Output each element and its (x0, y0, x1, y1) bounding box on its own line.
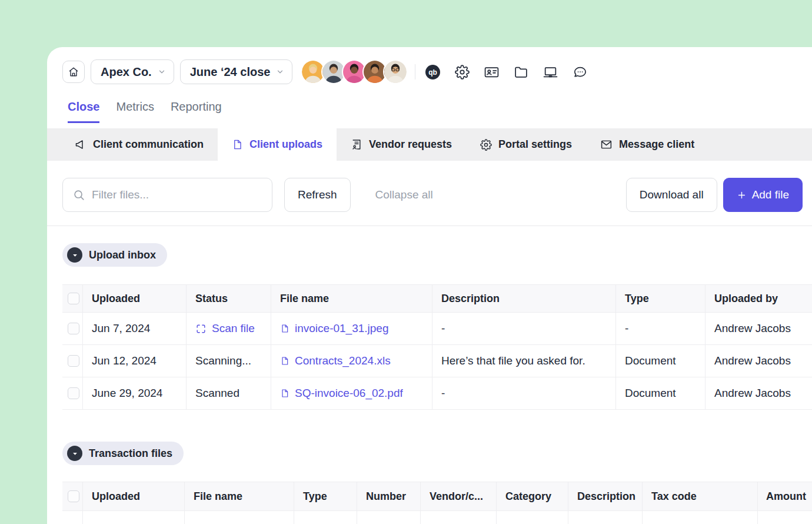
add-file-label: Add file (752, 188, 789, 201)
scan-file-link[interactable]: Scan file (195, 322, 255, 335)
filter-files-input[interactable] (92, 188, 262, 201)
subtab-client-communication[interactable]: Client communication (60, 128, 218, 161)
avatar-group[interactable] (301, 59, 408, 84)
column-header-category: Category (497, 482, 568, 510)
section-toggle-transaction-files[interactable]: Transaction files (62, 442, 184, 465)
main-tabs: Close Metrics Reporting (68, 100, 222, 123)
column-header-description: Description (568, 482, 643, 510)
file-name-label: invoice-01_31.jpeg (295, 322, 389, 335)
cell-uploaded (83, 511, 185, 524)
column-header-type: Type (294, 482, 357, 510)
row-checkbox-cell (62, 377, 83, 409)
scan-file-label: Scan file (212, 322, 255, 335)
transaction-files-table: Uploaded File name Type Number Vendor/c.… (62, 482, 812, 524)
cell-description (568, 511, 643, 524)
column-header-amount: Amount (758, 482, 812, 510)
row-checkbox-cell (62, 511, 83, 524)
subtab-label: Vendor requests (369, 138, 452, 151)
select-all-checkbox[interactable] (68, 490, 79, 502)
refresh-button[interactable]: Refresh (284, 178, 351, 212)
file-link[interactable]: SQ-invoice-06_02.pdf (280, 387, 403, 400)
cell-amount (758, 511, 812, 524)
file-toolbar: Refresh Collapse all Download all Add fi… (62, 178, 803, 212)
chevron-down-icon (158, 68, 166, 76)
table-row: Jun 12, 2024 Scanning... Contracts_2024.… (62, 345, 812, 377)
subtab-portal-settings[interactable]: Portal settings (466, 128, 586, 161)
folder-icon[interactable] (514, 65, 528, 79)
cell-type: - (616, 313, 705, 344)
company-selector[interactable]: Apex Co. (91, 59, 174, 84)
cell-file-name: Contracts_2024.xls (271, 345, 432, 377)
subtab-client-uploads[interactable]: Client uploads (218, 128, 337, 161)
column-header-description: Description (432, 285, 616, 312)
subtab-vendor-requests[interactable]: Vendor requests (337, 128, 466, 161)
upload-inbox-table: Uploaded Status File name Description Ty… (62, 284, 812, 410)
gear-icon (480, 139, 492, 151)
cell-type (294, 511, 357, 524)
row-checkbox[interactable] (68, 323, 79, 334)
subtab-label: Portal settings (498, 138, 572, 151)
file-icon (280, 323, 289, 334)
file-icon (280, 388, 289, 399)
home-icon (68, 66, 79, 78)
cell-file-name (185, 511, 294, 524)
subtab-label: Client uploads (249, 138, 322, 151)
collapse-caret-icon (67, 446, 82, 461)
cell-status: Scanning... (187, 345, 271, 377)
plus-icon (737, 190, 747, 200)
quickbooks-icon[interactable]: qb (425, 64, 441, 80)
add-file-button[interactable]: Add file (723, 178, 803, 212)
table-header-row: Uploaded Status File name Description Ty… (62, 284, 812, 313)
row-checkbox[interactable] (68, 387, 79, 399)
row-checkbox-cell (62, 313, 83, 344)
megaphone-icon (74, 138, 86, 151)
collapse-caret-icon (67, 247, 82, 263)
section-toggle-upload-inbox[interactable]: Upload inbox (62, 243, 167, 267)
cell-description: - (432, 377, 616, 409)
filter-files-field[interactable] (62, 178, 272, 212)
cell-category (497, 511, 568, 524)
chevron-down-icon (276, 68, 284, 76)
select-all-checkbox[interactable] (68, 293, 79, 304)
cell-uploaded: Jun 12, 2024 (83, 345, 187, 377)
file-name-label: Contracts_2024.xls (295, 354, 391, 367)
tab-metrics[interactable]: Metrics (116, 100, 154, 123)
topbar-icons: qb (425, 64, 588, 80)
column-header-file-name: File name (185, 482, 294, 510)
avatar[interactable] (383, 59, 408, 84)
cell-number (357, 511, 421, 524)
download-all-button[interactable]: Download all (626, 178, 717, 212)
cell-file-name: invoice-01_31.jpeg (271, 313, 432, 344)
sub-tabs: Client communication Client uploads Vend… (47, 128, 812, 161)
vendor-request-icon (351, 138, 362, 151)
row-checkbox-cell (62, 345, 83, 377)
cell-uploaded: Jun 7, 2024 (83, 313, 187, 344)
settings-icon[interactable] (455, 65, 470, 79)
table-row: Jun 7, 2024 Scan file invoice-01_31.jpeg (62, 313, 812, 345)
table-header-row: Uploaded File name Type Number Vendor/c.… (62, 482, 812, 511)
cell-uploaded-by: Andrew Jacobs (705, 345, 812, 377)
tab-reporting[interactable]: Reporting (171, 100, 222, 123)
column-header-tax-code: Tax code (643, 482, 758, 510)
file-link[interactable]: invoice-01_31.jpeg (280, 322, 389, 335)
company-selector-label: Apex Co. (101, 65, 152, 79)
home-button[interactable] (62, 61, 85, 83)
collapse-all-button[interactable]: Collapse all (375, 188, 433, 201)
laptop-icon[interactable] (543, 65, 558, 79)
scan-icon (195, 323, 207, 334)
column-header-uploaded: Uploaded (83, 482, 185, 510)
subtab-message-client[interactable]: Message client (586, 128, 708, 161)
chat-icon[interactable] (573, 65, 588, 79)
row-checkbox[interactable] (68, 355, 79, 367)
file-link[interactable]: Contracts_2024.xls (280, 354, 391, 367)
file-icon (280, 356, 289, 366)
section-title: Transaction files (89, 447, 172, 460)
cell-type: Document (616, 377, 705, 409)
tab-close[interactable]: Close (68, 100, 99, 123)
period-selector[interactable]: June ‘24 close (180, 59, 293, 84)
topbar-divider (415, 64, 415, 79)
column-header-status: Status (187, 285, 271, 312)
toolbar-divider (47, 225, 812, 226)
id-card-icon[interactable] (484, 65, 500, 79)
subtab-label: Client communication (93, 138, 204, 151)
